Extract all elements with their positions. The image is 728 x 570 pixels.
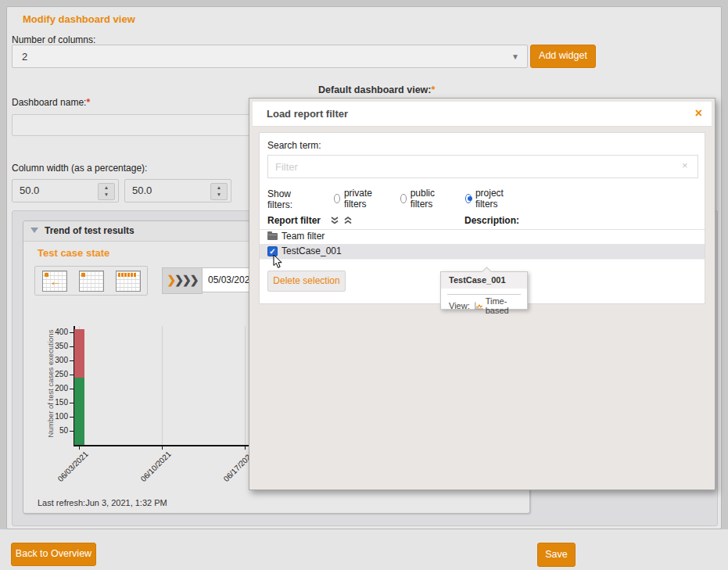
clear-search-icon[interactable]: ×: [682, 160, 688, 171]
y-tick-label: 350: [45, 342, 68, 350]
dialog-title: Load report filter: [267, 108, 348, 120]
row-label: Team filter: [282, 231, 325, 242]
back-to-overview-button[interactable]: Back to Overview: [11, 543, 96, 566]
y-tick-label: 300: [45, 356, 68, 364]
x-tick-label: 06/10/2021: [130, 450, 172, 492]
tooltip-view-row: View: Time-based: [449, 296, 527, 315]
bar-segment-failed: [74, 329, 84, 378]
x-tick-mark: [245, 446, 246, 450]
delete-selection-button[interactable]: Delete selection: [267, 271, 346, 292]
footer-band: [0, 529, 728, 570]
y-tick-label: 250: [45, 370, 68, 378]
table-row-TestCase_001[interactable]: ✓TestCase_001: [260, 244, 705, 260]
radio-label: project filters: [475, 188, 507, 210]
description-column-header: Description:: [464, 215, 519, 226]
double-chevron-down-icon[interactable]: [330, 217, 339, 225]
page-title: Modify dashboard view: [23, 13, 135, 25]
filter-table-header: Report filter Description:: [260, 213, 705, 230]
add-widget-button[interactable]: Add widget: [530, 45, 596, 68]
radio-icon[interactable]: [334, 194, 340, 203]
report-filter-column-header: Report filter: [267, 215, 321, 226]
stepper-icon[interactable]: ▲▼: [98, 183, 115, 200]
radio-public-filters[interactable]: public filters: [400, 188, 438, 210]
stepper-icon[interactable]: ▲▼: [210, 183, 228, 200]
show-filters-label: Show filters:: [267, 188, 292, 210]
close-icon[interactable]: ×: [695, 106, 702, 120]
tooltip-view-value: Time-based: [486, 296, 527, 315]
columns-select[interactable]: 2 ▼: [12, 45, 528, 68]
page: Default dashboard view:* Modify dashboar…: [0, 0, 728, 570]
y-tick-label: 50: [45, 426, 68, 435]
y-tick-label: 100: [45, 412, 68, 421]
gridline: [162, 326, 163, 445]
radio-project-filters[interactable]: project filters: [465, 188, 507, 210]
columns-label: Number of columns:: [12, 34, 95, 45]
column-width-spinner-2[interactable]: 50.0 ▲▼: [124, 179, 231, 203]
tooltip-view-label: View:: [449, 301, 470, 310]
load-report-filter-dialog: Load report filter × Search term: × Show…: [249, 98, 715, 490]
tooltip-title: TestCase_001: [441, 272, 527, 289]
radio-label: public filters: [411, 188, 439, 210]
double-chevron-up-icon[interactable]: [343, 217, 353, 225]
chevron-down-icon[interactable]: ▼: [511, 45, 519, 69]
search-input[interactable]: [267, 155, 698, 178]
table-row-Team-filter[interactable]: Team filter: [260, 229, 705, 245]
x-tick-label: 06/03/2021: [47, 450, 89, 492]
column-width-label: Column width (as a percentage):: [12, 163, 147, 174]
default-dashboard-label: Default dashboard view:*: [318, 84, 435, 95]
x-tick-mark: [162, 446, 163, 450]
last-refresh-text: Last refresh:Jun 3, 2021, 1:32 PM: [38, 498, 167, 507]
column-width-spinner-1[interactable]: 50.0 ▲▼: [12, 179, 119, 203]
filter-tooltip: TestCase_001 View: Time-based: [440, 271, 528, 310]
time-based-chart-icon: [474, 301, 484, 310]
gridline: [245, 326, 246, 445]
dashboard-name-label: Dashboard name:*: [12, 97, 90, 108]
dialog-header: Load report filter ×: [253, 102, 712, 127]
bar-segment-passed: [74, 378, 84, 445]
y-tick-label: 400: [45, 328, 68, 336]
x-tick-mark: [79, 446, 80, 450]
columns-select-value: 2: [22, 51, 27, 63]
y-tick-label: 150: [45, 398, 68, 407]
search-term-label: Search term:: [267, 140, 321, 151]
mouse-cursor-icon: [273, 254, 283, 269]
radio-label: private filters: [344, 188, 375, 210]
radio-icon[interactable]: [400, 194, 407, 203]
folder-icon: [267, 233, 278, 240]
radio-private-filters[interactable]: private filters: [334, 188, 375, 210]
radio-selected-icon[interactable]: [465, 194, 472, 203]
row-label: TestCase_001: [282, 246, 342, 256]
save-button[interactable]: Save: [537, 543, 576, 567]
tooltip-divider: [447, 294, 521, 295]
y-tick-label: 200: [45, 384, 68, 393]
